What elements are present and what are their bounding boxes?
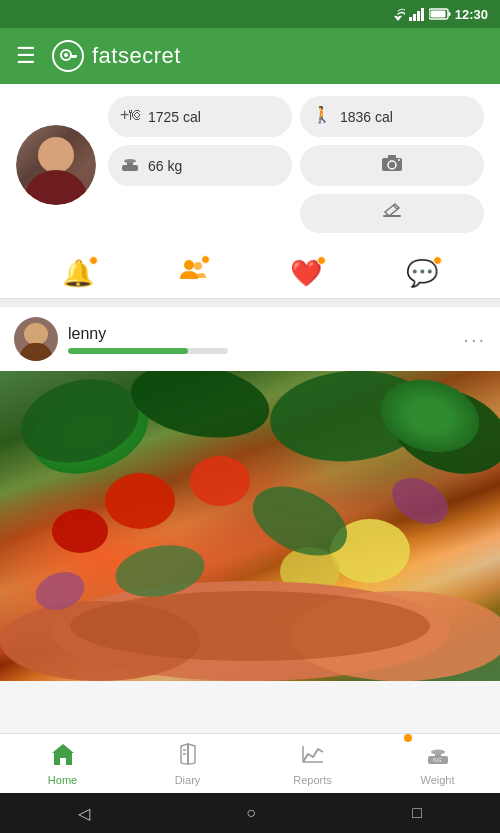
home-button[interactable]: ○ <box>246 804 256 822</box>
bottom-navigation: Home Diary Reports <box>0 733 500 793</box>
scale-icon <box>120 153 140 173</box>
nav-item-home[interactable]: Home <box>0 738 125 790</box>
svg-rect-0 <box>409 17 412 21</box>
stats-grid: +🍽 1725 cal 🚶 1836 cal <box>108 96 484 233</box>
calories-burned-pill[interactable]: 🚶 1836 cal <box>300 96 484 137</box>
edit-pill[interactable] <box>300 194 484 233</box>
user-avatar[interactable] <box>16 125 96 205</box>
dashboard-panel: +🍽 1725 cal 🚶 1836 cal <box>0 84 500 245</box>
heart-notification[interactable]: ❤️ <box>290 258 322 289</box>
key-icon <box>59 47 77 65</box>
weight-svg-icon: KG <box>425 742 451 766</box>
reports-nav-label: Reports <box>293 774 332 786</box>
camera-pill[interactable] <box>300 145 484 186</box>
recent-button[interactable]: □ <box>412 804 422 822</box>
notification-row: 🔔 ❤️ 💬 <box>0 245 500 299</box>
runner-icon: 🚶 <box>312 104 332 124</box>
logo-icon <box>52 40 84 72</box>
svg-point-26 <box>125 371 275 448</box>
nav-item-weight[interactable]: KG Weight <box>375 738 500 790</box>
svg-rect-10 <box>74 55 76 58</box>
weight-value: 66 kg <box>148 158 182 174</box>
edit-icon <box>381 202 403 225</box>
svg-point-23 <box>184 260 194 270</box>
post-user-avatar[interactable] <box>14 317 58 361</box>
svg-point-30 <box>190 456 250 506</box>
svg-text:🚶: 🚶 <box>312 105 332 124</box>
post-progress-fill <box>68 348 188 354</box>
edit-svg <box>381 202 403 220</box>
post-username: lenny <box>68 325 106 342</box>
svg-rect-19 <box>388 155 396 159</box>
calories-burned-value: 1836 cal <box>340 109 393 125</box>
calories-in-icon: +🍽 <box>120 104 140 129</box>
svg-point-8 <box>64 53 68 57</box>
post-progress-bar <box>68 348 228 354</box>
svg-rect-3 <box>421 8 424 21</box>
diary-svg-icon <box>175 742 201 766</box>
bell-notification[interactable]: 🔔 <box>62 258 94 289</box>
svg-point-29 <box>105 473 175 529</box>
svg-point-16 <box>124 159 136 163</box>
weight-nav-icon: KG <box>425 742 451 772</box>
post-info: lenny <box>68 325 453 354</box>
svg-point-28 <box>380 373 500 489</box>
wifi-icon <box>391 7 405 21</box>
chat-dot <box>433 256 442 265</box>
logo-area: fatsecret <box>52 40 181 72</box>
reports-svg-icon <box>300 742 326 766</box>
svg-point-31 <box>52 509 108 553</box>
menu-button[interactable]: ☰ <box>16 43 36 69</box>
home-nav-icon <box>50 742 76 772</box>
avatar-image <box>16 125 96 205</box>
friends-notification[interactable] <box>178 257 206 290</box>
fork-plus-icon: +🍽 <box>120 104 140 124</box>
friends-dot <box>201 255 210 264</box>
post-menu-button[interactable]: ··· <box>463 328 486 351</box>
battery-icon <box>429 8 451 20</box>
svg-point-49 <box>431 749 445 754</box>
weight-scale-icon <box>120 153 140 178</box>
status-bar: 12:30 <box>0 0 500 28</box>
diary-nav-label: Diary <box>175 774 201 786</box>
signal-icon <box>409 7 425 21</box>
back-button[interactable]: ◁ <box>78 804 90 823</box>
home-svg-icon <box>50 742 76 766</box>
nav-item-diary[interactable]: Diary <box>125 738 250 790</box>
app-header: ☰ fatsecret <box>0 28 500 84</box>
svg-rect-1 <box>413 14 416 21</box>
calories-in-value: 1725 cal <box>148 109 201 125</box>
friends-icon <box>178 259 206 289</box>
app-name: fatsecret <box>92 43 181 69</box>
svg-point-20 <box>398 159 400 161</box>
android-nav-bar: ◁ ○ □ <box>0 793 500 833</box>
chat-notification[interactable]: 💬 <box>406 258 438 289</box>
diary-nav-icon <box>175 742 201 772</box>
calories-in-pill[interactable]: +🍽 1725 cal <box>108 96 292 137</box>
post-header: lenny ··· <box>0 307 500 371</box>
camera-icon <box>381 154 403 177</box>
svg-text:+🍽: +🍽 <box>120 106 140 123</box>
status-icons: 12:30 <box>391 7 488 22</box>
food-svg-decoration <box>0 371 500 681</box>
svg-text:KG: KG <box>433 757 442 763</box>
svg-rect-21 <box>383 215 401 217</box>
svg-rect-6 <box>448 12 450 16</box>
camera-svg <box>381 154 403 172</box>
svg-rect-5 <box>430 11 445 18</box>
run-icon: 🚶 <box>312 104 332 129</box>
reports-nav-icon <box>300 742 326 772</box>
nav-item-reports[interactable]: Reports <box>250 738 375 790</box>
weight-pill[interactable]: 66 kg <box>108 145 292 186</box>
svg-point-27 <box>266 371 433 468</box>
home-nav-label: Home <box>48 774 77 786</box>
weight-nav-label: Weight <box>420 774 454 786</box>
bell-dot <box>89 256 98 265</box>
svg-point-37 <box>70 591 430 661</box>
svg-point-24 <box>194 262 202 270</box>
svg-rect-2 <box>417 11 420 21</box>
home-notification-dot <box>404 734 412 742</box>
status-time: 12:30 <box>455 7 488 22</box>
svg-rect-11 <box>72 55 74 58</box>
food-post-image <box>0 371 500 681</box>
